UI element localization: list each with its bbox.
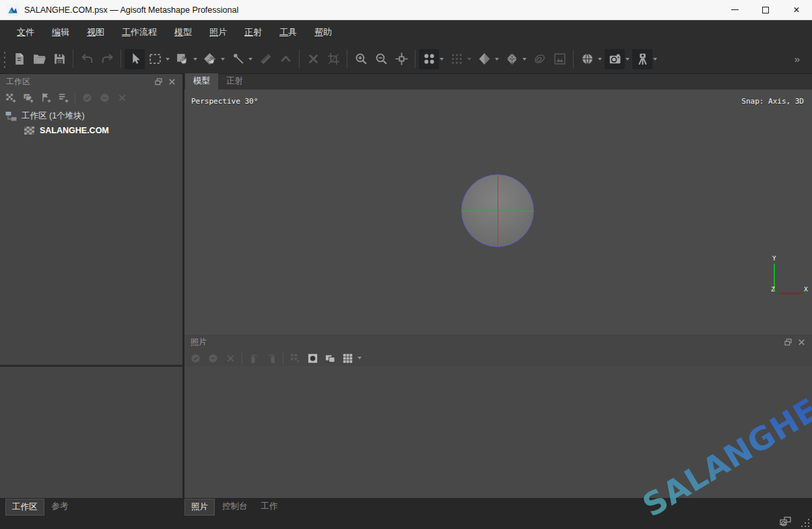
photos-list-area[interactable] [184,366,812,498]
toolbar-separator [73,50,73,68]
ruler-button[interactable] [255,49,275,69]
main-toolbar: » [0,44,812,74]
float-panel-button[interactable] [151,76,165,88]
toolbar-overflow-button[interactable]: » [794,53,800,65]
menu-photo[interactable]: 照片 [203,23,234,42]
workspace-panel: 工作区 [0,74,182,498]
model-shaded-button[interactable] [474,49,494,69]
chevron-down-icon[interactable] [193,58,197,61]
tab-reference[interactable]: 参考 [46,499,75,516]
menu-tools[interactable]: 工具 [273,23,304,42]
batch-process-icon [58,92,69,104]
toolbar-separator [75,92,75,104]
enable-item-button[interactable] [79,90,95,105]
zoom-in-button[interactable] [351,49,371,69]
model-wireframe-button[interactable] [502,49,522,69]
new-document-button[interactable] [9,49,29,69]
view-icons-button[interactable] [322,351,338,365]
resize-region-button[interactable] [323,49,343,69]
chevron-down-icon[interactable] [166,58,170,61]
network-status-icon[interactable] [778,516,793,528]
show-cameras-button[interactable] [605,49,625,69]
maximize-button[interactable] [750,0,781,20]
chevron-up-button[interactable] [275,49,296,69]
menu-model[interactable]: 模型 [168,23,199,42]
add-photos-button[interactable] [20,90,36,105]
close-icon [797,337,807,347]
disable-item-button[interactable] [96,90,112,105]
open-document-button[interactable] [29,49,49,69]
view-details-button[interactable] [304,351,320,365]
batch-process-button[interactable] [55,90,71,105]
tab-console[interactable]: 控制台 [216,499,254,516]
chevron-down-icon[interactable] [440,58,444,61]
resize-grip[interactable] [801,518,810,527]
tab-jobs[interactable]: 工作 [255,499,284,516]
tie-points-group [419,49,446,69]
navigation-pan-button[interactable] [172,49,193,69]
tab-ortho[interactable]: 正射 [218,73,251,90]
rotate-object-button[interactable] [200,49,220,69]
model-viewport[interactable]: Perspective 30° Snap: Axis, 3D Y Z X [184,90,812,334]
add-marker-button[interactable] [38,90,54,105]
close-panel-button[interactable] [165,76,178,88]
axis-gizmo: Y Z X [770,254,811,298]
contour-lines-icon [533,52,547,66]
view-thumbnails-button[interactable] [339,351,356,365]
disable-photo-button[interactable] [205,351,221,365]
zoom-out-button[interactable] [371,49,391,69]
add-chunk-button[interactable] [3,90,19,105]
tab-model[interactable]: 模型 [185,73,218,90]
globe-button[interactable] [577,49,597,69]
close-panel-button[interactable] [794,337,808,349]
chevron-down-icon[interactable] [495,58,499,61]
delete-button[interactable] [303,49,323,69]
chevron-down-icon[interactable] [598,58,602,61]
measure-point-button[interactable] [228,49,248,69]
menu-view[interactable]: 视图 [80,23,111,42]
undo-button[interactable] [77,49,97,69]
chevron-down-icon[interactable] [522,58,527,61]
camera-stations-button[interactable] [632,49,652,69]
enable-photo-button[interactable] [187,351,203,365]
rotate-right-button[interactable] [263,351,279,365]
redo-button[interactable] [97,49,117,69]
workspace-toolbar [0,90,182,106]
menu-help[interactable]: 帮助 [308,23,339,42]
perspective-label: Perspective 30° [191,97,258,106]
chevron-down-icon[interactable] [467,58,471,61]
tab-workspace[interactable]: 工作区 [5,499,44,516]
selection-arrow-button[interactable] [125,49,145,69]
remove-item-button[interactable] [114,90,130,105]
menu-ortho[interactable]: 正射 [238,23,269,42]
tree-row-workspace[interactable]: 工作区 (1个堆块) [0,108,182,123]
open-folder-icon [32,52,46,66]
contour-lines-button[interactable] [529,49,549,69]
orthomosaic-button[interactable] [549,49,570,69]
float-panel-button[interactable] [781,337,794,349]
chevron-down-icon[interactable] [221,58,225,61]
close-button[interactable]: × [781,0,812,20]
save-document-button[interactable] [49,49,69,69]
tree-row-chunk[interactable]: SALANGHE.COM [0,123,182,138]
chevron-down-icon[interactable] [653,58,657,61]
minimize-button[interactable] [719,0,750,20]
rotate-left-button[interactable] [246,351,262,365]
zoom-out-icon [374,52,388,66]
filter-photos-button[interactable] [287,351,303,365]
check-circle-icon [190,353,201,364]
save-icon [53,52,67,66]
rectangle-selection-button[interactable] [145,49,165,69]
reset-view-button[interactable] [391,49,411,69]
menu-edit[interactable]: 编辑 [45,23,76,42]
menu-workflow[interactable]: 工作流程 [115,23,164,42]
tie-points-button[interactable] [419,49,439,69]
chevron-down-icon[interactable] [358,357,362,359]
chevron-down-icon[interactable] [248,58,252,61]
menu-file[interactable]: 文件 [10,23,41,42]
remove-photo-button[interactable] [222,351,238,365]
toolbar-drag-handle[interactable] [1,49,7,69]
chevron-down-icon[interactable] [625,58,630,61]
tab-photos[interactable]: 照片 [184,499,215,516]
dense-cloud-button[interactable] [446,49,467,69]
